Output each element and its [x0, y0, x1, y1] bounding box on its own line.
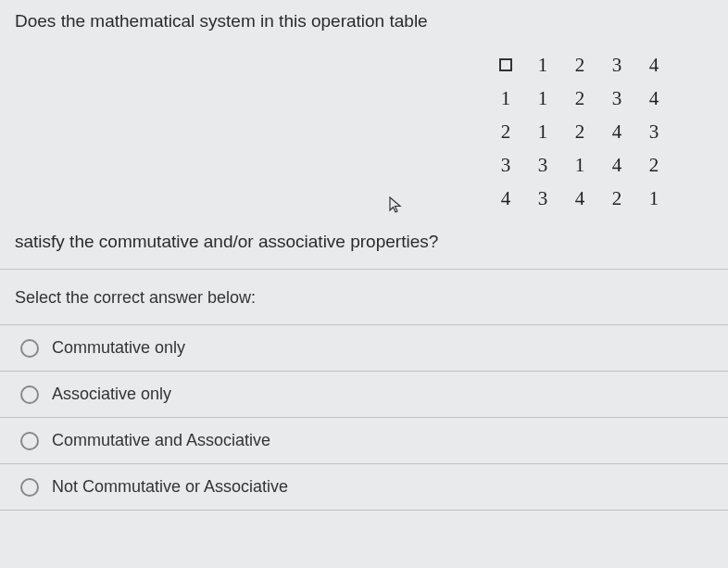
- table-cell: 1: [524, 115, 561, 148]
- option-label: Commutative only: [52, 338, 185, 358]
- table-operation-symbol: [487, 48, 524, 82]
- table-cell: 3: [598, 82, 635, 115]
- table-cell: 3: [635, 115, 672, 148]
- option-label: Associative only: [52, 385, 171, 404]
- header-cell: 3: [598, 48, 635, 82]
- table-section: 1 2 3 4 1 1 2 3 4 2 1 2 4 3 3 3: [0, 39, 728, 224]
- table-cell: 1: [561, 148, 598, 182]
- option-label: Commutative and Associative: [52, 431, 270, 450]
- header-cell: 4: [635, 48, 672, 82]
- table-row: 3 3 1 4 2: [487, 148, 672, 182]
- option-commutative-and-associative[interactable]: Commutative and Associative: [0, 418, 728, 464]
- option-commutative-only[interactable]: Commutative only: [0, 325, 728, 372]
- radio-icon: [20, 385, 39, 404]
- question-prefix: Does the mathematical system in this ope…: [0, 0, 728, 39]
- table-row: 2 1 2 4 3: [487, 115, 672, 148]
- question-suffix: satisfy the commutative and/or associati…: [0, 224, 728, 270]
- header-cell: 2: [561, 48, 598, 82]
- radio-icon: [20, 432, 39, 450]
- row-label: 1: [487, 82, 524, 115]
- table-cell: 3: [524, 148, 561, 182]
- row-label: 2: [487, 115, 524, 148]
- question-container: Does the mathematical system in this ope…: [0, 0, 728, 568]
- option-associative-only[interactable]: Associative only: [0, 372, 728, 418]
- table-cell: 2: [561, 115, 598, 148]
- cursor-icon: [389, 196, 404, 215]
- row-label: 4: [487, 182, 524, 215]
- header-cell: 1: [524, 48, 561, 82]
- table-cell: 4: [598, 148, 635, 182]
- table-cell: 2: [598, 182, 635, 215]
- operation-table: 1 2 3 4 1 1 2 3 4 2 1 2 4 3 3 3: [487, 48, 672, 215]
- row-label: 3: [487, 148, 524, 182]
- select-prompt: Select the correct answer below:: [0, 270, 728, 325]
- table-cell: 1: [524, 82, 561, 115]
- square-icon: [499, 58, 512, 71]
- table-header-row: 1 2 3 4: [487, 48, 672, 82]
- table-cell: 2: [635, 148, 672, 182]
- radio-icon: [20, 478, 39, 497]
- table-row: 4 3 4 2 1: [487, 182, 672, 215]
- table-cell: 4: [561, 182, 598, 215]
- option-label: Not Commutative or Associative: [52, 477, 288, 497]
- table-cell: 4: [635, 82, 672, 115]
- table-cell: 4: [598, 115, 635, 148]
- table-cell: 3: [524, 182, 561, 215]
- table-cell: 1: [635, 182, 672, 215]
- table-row: 1 1 2 3 4: [487, 82, 672, 115]
- table-cell: 2: [561, 82, 598, 115]
- option-not-commutative-or-associative[interactable]: Not Commutative or Associative: [0, 464, 728, 511]
- radio-icon: [20, 339, 39, 358]
